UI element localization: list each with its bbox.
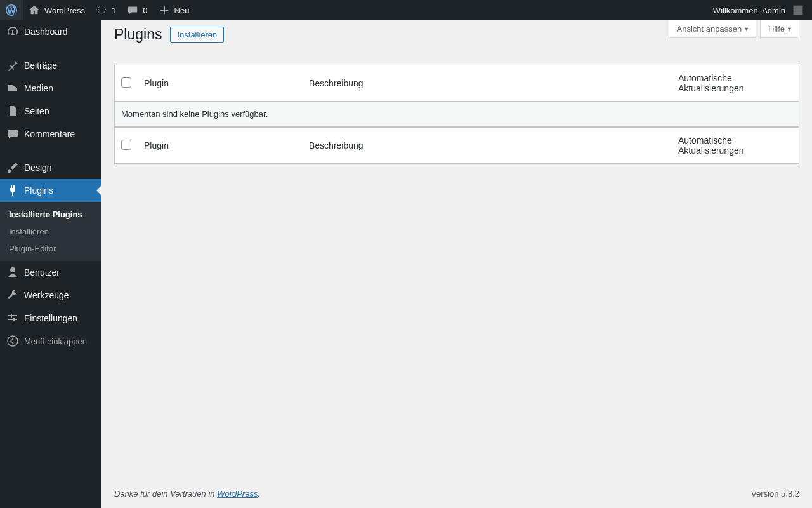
page-header: Plugins Installieren (114, 20, 669, 46)
submenu-item-install[interactable]: Installieren (0, 223, 102, 240)
chevron-down-icon: ▼ (787, 26, 792, 32)
sidebar-item-posts[interactable]: Beiträge (0, 54, 102, 77)
submenu-plugins: Installierte Plugins Installieren Plugin… (0, 202, 102, 261)
empty-plugins-message: Momentan sind keine Plugins verfügbar. (115, 102, 799, 127)
select-all-checkbox-footer[interactable] (121, 140, 131, 150)
avatar-icon (793, 5, 803, 15)
plug-icon (6, 184, 19, 197)
plus-icon (158, 4, 171, 17)
pin-icon (6, 59, 19, 72)
updates-count: 1 (112, 6, 116, 15)
dashboard-icon (6, 25, 19, 38)
svg-point-0 (8, 336, 18, 346)
plugins-table: Plugin Beschreibung Automatische Aktuali… (114, 65, 799, 164)
collapse-icon (6, 335, 19, 347)
sidebar-item-dashboard[interactable]: Dashboard (0, 20, 102, 43)
description-column-footer[interactable]: Beschreibung (303, 127, 672, 163)
sidebar-item-label: Medien (24, 83, 53, 93)
select-all-footer[interactable] (115, 127, 138, 163)
screen-options-label: Ansicht anpassen (677, 24, 742, 34)
user-icon (6, 266, 19, 279)
select-all-header[interactable] (115, 65, 138, 102)
submenu-item-installed-plugins[interactable]: Installierte Plugins (0, 206, 102, 223)
new-content-label: Neu (174, 6, 190, 15)
sidebar-item-plugins[interactable]: Plugins (0, 179, 102, 202)
comments-count: 0 (143, 6, 147, 15)
sidebar-item-label: Kommentare (24, 129, 75, 139)
collapse-menu-button[interactable]: Menü einklappen (0, 330, 102, 352)
sidebar-item-comments[interactable]: Kommentare (0, 123, 102, 145)
sidebar-item-settings[interactable]: Einstellungen (0, 307, 102, 330)
footer-thanks: Danke für dein Vertrauen in WordPress. (114, 489, 260, 498)
site-name-link[interactable]: WordPress (23, 0, 90, 20)
updates-column-footer[interactable]: Automatische Aktualisierungen (672, 127, 799, 163)
wrench-icon (6, 289, 19, 302)
screen-meta-links: Ansicht anpassen ▼ Hilfe ▼ (669, 20, 799, 38)
wordpress-link[interactable]: WordPress (217, 489, 258, 498)
description-column-header[interactable]: Beschreibung (303, 65, 672, 102)
site-name-label: WordPress (44, 6, 85, 15)
footer-version: Version 5.8.2 (751, 489, 799, 498)
chevron-down-icon: ▼ (743, 26, 749, 32)
sidebar-item-label: Einstellungen (24, 313, 77, 323)
account-link[interactable]: Willkommen, Admin (708, 0, 808, 20)
plugin-column-footer[interactable]: Plugin (138, 127, 303, 163)
comment-icon (6, 128, 19, 140)
wp-logo-link[interactable] (0, 0, 23, 20)
brush-icon (6, 161, 19, 174)
page-title: Plugins (114, 26, 162, 43)
comments-icon (126, 4, 139, 17)
sidebar-item-appearance[interactable]: Design (0, 156, 102, 179)
plugin-column-header[interactable]: Plugin (138, 65, 303, 102)
sidebar-item-media[interactable]: Medien (0, 77, 102, 100)
sidebar-item-label: Benutzer (24, 267, 60, 277)
admin-toolbar: WordPress 1 0 Neu Willkommen, Admin (0, 0, 812, 20)
sidebar-item-label: Beiträge (24, 60, 57, 70)
updates-link[interactable]: 1 (90, 0, 121, 20)
new-content-link[interactable]: Neu (153, 0, 195, 20)
home-icon (28, 4, 41, 17)
sidebar-item-label: Seiten (24, 106, 49, 116)
select-all-checkbox[interactable] (121, 77, 131, 88)
sidebar-item-label: Dashboard (24, 27, 68, 37)
media-icon (6, 82, 19, 95)
sliders-icon (6, 312, 19, 324)
sidebar-item-users[interactable]: Benutzer (0, 261, 102, 284)
screen-options-button[interactable]: Ansicht anpassen ▼ (669, 20, 757, 38)
updates-icon (95, 4, 108, 17)
sidebar-item-pages[interactable]: Seiten (0, 100, 102, 123)
install-plugin-button[interactable]: Installieren (170, 27, 224, 43)
welcome-label: Willkommen, Admin (713, 6, 785, 15)
help-button[interactable]: Hilfe ▼ (760, 20, 799, 38)
updates-column-header[interactable]: Automatische Aktualisierungen (672, 65, 799, 102)
wordpress-logo-icon (5, 4, 18, 17)
collapse-menu-label: Menü einklappen (24, 337, 87, 346)
sidebar-item-tools[interactable]: Werkzeuge (0, 284, 102, 307)
submenu-item-plugin-editor[interactable]: Plugin-Editor (0, 240, 102, 257)
help-label: Hilfe (768, 24, 785, 34)
page-icon (6, 105, 19, 117)
sidebar-item-label: Design (24, 163, 52, 173)
sidebar-item-label: Werkzeuge (24, 290, 69, 300)
admin-footer: Danke für dein Vertrauen in WordPress. V… (102, 479, 812, 508)
main-content: Ansicht anpassen ▼ Hilfe ▼ Plugins Insta… (102, 20, 812, 479)
admin-sidebar: Dashboard Beiträge Medien Seiten Komment… (0, 20, 102, 508)
comments-link[interactable]: 0 (121, 0, 152, 20)
sidebar-item-label: Plugins (24, 185, 53, 196)
